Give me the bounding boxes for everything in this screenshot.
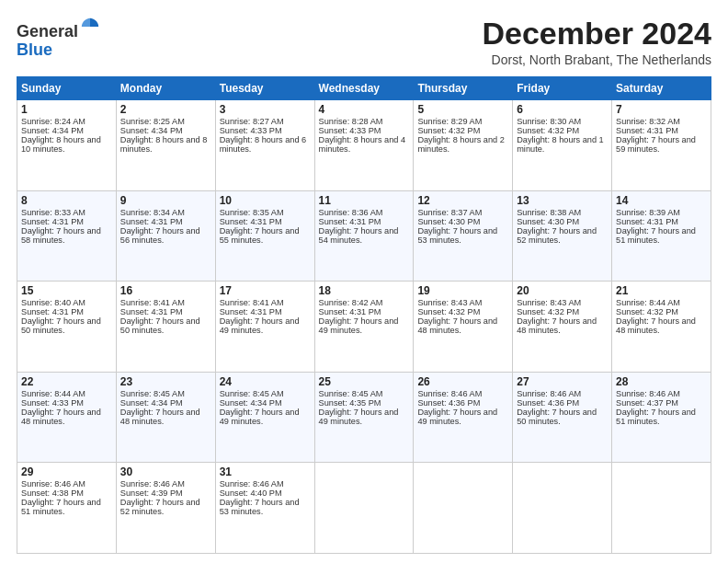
- month-title: December 2024: [482, 17, 711, 51]
- day-number: 10: [220, 194, 311, 207]
- day-number: 30: [120, 465, 211, 478]
- daylight: Daylight: 7 hours and 50 minutes.: [517, 408, 597, 426]
- week-row-5: 29Sunrise: 8:46 AMSunset: 4:38 PMDayligh…: [17, 463, 711, 554]
- header-day-thursday: Thursday: [414, 77, 513, 100]
- header-day-tuesday: Tuesday: [215, 77, 314, 100]
- calendar-cell: 8Sunrise: 8:33 AMSunset: 4:31 PMDaylight…: [17, 190, 117, 282]
- day-number: 1: [21, 103, 112, 116]
- sunset: Sunset: 4:31 PM: [616, 217, 678, 226]
- sunset: Sunset: 4:39 PM: [120, 488, 183, 498]
- calendar-cell: 11Sunrise: 8:36 AMSunset: 4:31 PMDayligh…: [314, 190, 414, 282]
- day-number: 5: [417, 103, 508, 116]
- sunset: Sunset: 4:38 PM: [21, 488, 84, 498]
- sunset: Sunset: 4:32 PM: [517, 307, 579, 316]
- sunset: Sunset: 4:32 PM: [517, 126, 579, 135]
- sunset: Sunset: 4:33 PM: [319, 126, 381, 135]
- day-number: 31: [220, 465, 311, 478]
- sunrise: Sunrise: 8:25 AM: [120, 117, 185, 126]
- daylight: Daylight: 7 hours and 53 minutes.: [417, 226, 497, 245]
- calendar-cell: 17Sunrise: 8:41 AMSunset: 4:31 PMDayligh…: [215, 282, 314, 373]
- sunrise: Sunrise: 8:44 AM: [21, 389, 85, 398]
- calendar-body: 1Sunrise: 8:24 AMSunset: 4:34 PMDaylight…: [17, 100, 711, 554]
- subtitle: Dorst, North Brabant, The Netherlands: [482, 52, 711, 67]
- calendar-cell: 7Sunrise: 8:32 AMSunset: 4:31 PMDaylight…: [612, 100, 711, 191]
- day-number: 11: [319, 194, 410, 207]
- sunrise: Sunrise: 8:34 AM: [120, 208, 185, 217]
- page: General Blue December 2024 Dorst, North …: [0, 0, 728, 563]
- calendar-cell: 9Sunrise: 8:34 AMSunset: 4:31 PMDaylight…: [116, 190, 215, 282]
- day-number: 17: [220, 284, 311, 297]
- calendar-cell: 28Sunrise: 8:46 AMSunset: 4:37 PMDayligh…: [612, 372, 711, 463]
- day-number: 4: [319, 103, 410, 116]
- daylight: Daylight: 7 hours and 55 minutes.: [220, 226, 300, 245]
- calendar-cell: [513, 463, 612, 554]
- logo-general: General: [17, 22, 78, 40]
- sunset: Sunset: 4:31 PM: [319, 307, 381, 316]
- calendar-cell: 21Sunrise: 8:44 AMSunset: 4:32 PMDayligh…: [612, 282, 711, 373]
- header-day-wednesday: Wednesday: [314, 77, 414, 100]
- day-number: 2: [120, 103, 211, 116]
- day-number: 29: [21, 465, 112, 478]
- sunset: Sunset: 4:40 PM: [220, 488, 282, 498]
- sunrise: Sunrise: 8:45 AM: [319, 389, 383, 398]
- calendar-cell: 15Sunrise: 8:40 AMSunset: 4:31 PMDayligh…: [17, 282, 117, 373]
- day-number: 28: [616, 375, 707, 388]
- sunset: Sunset: 4:32 PM: [616, 307, 678, 316]
- sunset: Sunset: 4:30 PM: [517, 217, 579, 226]
- day-number: 20: [517, 284, 608, 297]
- sunset: Sunset: 4:37 PM: [616, 398, 678, 408]
- sunrise: Sunrise: 8:35 AM: [220, 208, 284, 217]
- sunrise: Sunrise: 8:40 AM: [21, 298, 85, 307]
- sunrise: Sunrise: 8:37 AM: [417, 208, 482, 217]
- header-day-friday: Friday: [513, 77, 612, 100]
- week-row-4: 22Sunrise: 8:44 AMSunset: 4:33 PMDayligh…: [17, 372, 711, 463]
- daylight: Daylight: 7 hours and 50 minutes.: [120, 316, 200, 335]
- daylight: Daylight: 7 hours and 48 minutes.: [616, 316, 696, 335]
- sunrise: Sunrise: 8:41 AM: [220, 298, 284, 307]
- sunset: Sunset: 4:31 PM: [120, 307, 183, 316]
- daylight: Daylight: 8 hours and 2 minutes.: [417, 135, 505, 154]
- daylight: Daylight: 7 hours and 56 minutes.: [120, 226, 200, 245]
- daylight: Daylight: 8 hours and 4 minutes.: [319, 135, 406, 154]
- calendar-cell: 12Sunrise: 8:37 AMSunset: 4:30 PMDayligh…: [414, 190, 513, 282]
- daylight: Daylight: 7 hours and 53 minutes.: [220, 498, 300, 516]
- sunset: Sunset: 4:32 PM: [417, 307, 480, 316]
- logo-icon: [80, 17, 100, 37]
- calendar-table: SundayMondayTuesdayWednesdayThursdayFrid…: [17, 76, 711, 554]
- sunset: Sunset: 4:31 PM: [120, 217, 183, 226]
- calendar-cell: 1Sunrise: 8:24 AMSunset: 4:34 PMDaylight…: [17, 100, 117, 191]
- daylight: Daylight: 7 hours and 51 minutes.: [21, 498, 101, 516]
- sunset: Sunset: 4:34 PM: [21, 126, 84, 135]
- daylight: Daylight: 8 hours and 10 minutes.: [21, 135, 101, 154]
- calendar-cell: [612, 463, 711, 554]
- day-number: 8: [21, 194, 112, 207]
- sunset: Sunset: 4:31 PM: [319, 217, 381, 226]
- calendar-cell: 18Sunrise: 8:42 AMSunset: 4:31 PMDayligh…: [314, 282, 414, 373]
- calendar-cell: 31Sunrise: 8:46 AMSunset: 4:40 PMDayligh…: [215, 463, 314, 554]
- daylight: Daylight: 7 hours and 48 minutes.: [417, 316, 497, 335]
- day-number: 9: [120, 194, 211, 207]
- week-row-3: 15Sunrise: 8:40 AMSunset: 4:31 PMDayligh…: [17, 282, 711, 373]
- sunset: Sunset: 4:31 PM: [21, 307, 84, 316]
- day-number: 12: [417, 194, 508, 207]
- sunset: Sunset: 4:34 PM: [120, 398, 183, 408]
- day-number: 14: [616, 194, 707, 207]
- daylight: Daylight: 7 hours and 49 minutes.: [220, 408, 300, 426]
- sunrise: Sunrise: 8:42 AM: [319, 298, 383, 307]
- day-number: 7: [616, 103, 707, 116]
- calendar-cell: 16Sunrise: 8:41 AMSunset: 4:31 PMDayligh…: [116, 282, 215, 373]
- calendar-cell: 4Sunrise: 8:28 AMSunset: 4:33 PMDaylight…: [314, 100, 414, 191]
- daylight: Daylight: 8 hours and 8 minutes.: [120, 135, 208, 154]
- day-number: 21: [616, 284, 707, 297]
- sunrise: Sunrise: 8:38 AM: [517, 208, 581, 217]
- calendar-cell: 6Sunrise: 8:30 AMSunset: 4:32 PMDaylight…: [513, 100, 612, 191]
- calendar-cell: 2Sunrise: 8:25 AMSunset: 4:34 PMDaylight…: [116, 100, 215, 191]
- sunset: Sunset: 4:34 PM: [120, 126, 183, 135]
- daylight: Daylight: 8 hours and 1 minute.: [517, 135, 604, 154]
- daylight: Daylight: 7 hours and 58 minutes.: [21, 226, 101, 245]
- sunset: Sunset: 4:32 PM: [417, 126, 480, 135]
- daylight: Daylight: 7 hours and 52 minutes.: [120, 498, 200, 516]
- day-number: 6: [517, 103, 608, 116]
- sunset: Sunset: 4:31 PM: [220, 217, 282, 226]
- sunrise: Sunrise: 8:24 AM: [21, 117, 85, 126]
